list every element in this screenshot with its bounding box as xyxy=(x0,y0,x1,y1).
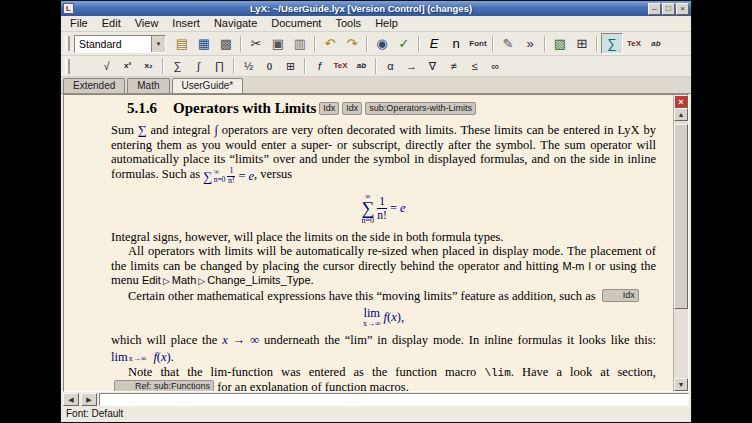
scrollbar-track[interactable] xyxy=(674,121,688,378)
print-button[interactable]: ▩ xyxy=(215,33,237,54)
vertical-scrollbar[interactable]: × ▲ ▼ xyxy=(673,95,688,391)
tex-mode-button[interactable]: TeX xyxy=(330,57,351,75)
footnote-button[interactable]: ✎ xyxy=(497,33,519,54)
scroll-up-button[interactable]: ▲ xyxy=(674,108,688,121)
depth-button[interactable]: » xyxy=(519,33,541,54)
not-equal-button[interactable]: ≠ xyxy=(443,57,464,75)
minimize-button[interactable]: – xyxy=(648,3,661,15)
close-button[interactable]: × xyxy=(676,3,689,15)
scrollbar-thumb[interactable] xyxy=(674,124,688,309)
less-equal-icon: ≤ xyxy=(471,61,477,72)
tab-math[interactable]: Math xyxy=(127,78,169,93)
toolbar-grip[interactable] xyxy=(65,36,70,51)
find-icon: ◉ xyxy=(376,37,387,50)
scroll-down-button[interactable]: ▼ xyxy=(674,378,688,391)
text-style-icon: ab xyxy=(651,40,660,48)
footnote-icon: ✎ xyxy=(503,37,514,50)
tab-extended[interactable]: Extended xyxy=(63,78,125,93)
toolbar-separator xyxy=(492,36,494,52)
toolbar-separator xyxy=(596,36,598,52)
inline-formula-lim[interactable]: limx→∞f(x). xyxy=(111,350,174,365)
font-button[interactable]: Font xyxy=(467,33,489,54)
toolbar-grip[interactable] xyxy=(65,59,70,74)
menu-file[interactable]: File xyxy=(63,17,95,30)
tex-button[interactable]: TeX xyxy=(623,33,645,54)
matrix-button[interactable]: ⊞ xyxy=(280,57,301,75)
math-panel-button[interactable]: ∑ xyxy=(601,33,623,54)
text-run: , versus xyxy=(254,167,292,181)
print-icon: ▩ xyxy=(220,37,232,50)
paragraph: Sum ∑ and integral ∫ operators are very … xyxy=(111,123,656,185)
sum-button[interactable]: ∑ xyxy=(167,57,188,75)
menu-insert[interactable]: Insert xyxy=(165,17,207,30)
redo-button[interactable]: ↷ xyxy=(341,33,363,54)
minibuffer-input[interactable] xyxy=(99,393,689,406)
toolbar-separator xyxy=(233,58,235,74)
paste-button[interactable]: ▥ xyxy=(289,33,311,54)
delimiters-button[interactable]: () xyxy=(259,57,280,75)
table-button[interactable]: ⊞ xyxy=(571,33,593,54)
infinity-button[interactable]: ∞ xyxy=(485,57,506,75)
menu-separator-glyph: ▷ xyxy=(196,276,207,286)
spellcheck-button[interactable]: ✓ xyxy=(393,33,415,54)
text-style-button[interactable]: ab xyxy=(645,33,667,54)
reference-inset[interactable]: Ref: sub:Functions xyxy=(114,380,214,391)
integral-button[interactable]: ∫ xyxy=(188,57,209,75)
functions-button[interactable]: f xyxy=(309,57,330,75)
maximize-button[interactable]: □ xyxy=(662,3,675,15)
main-toolbar-icons: ▤▦▩✂▣▥↶↷◉✓EnFont✎»▧⊞∑TeXab xyxy=(171,33,667,54)
title-bar[interactable]: L LyX: ~/UserGuide.lyx [Version Control]… xyxy=(61,1,691,16)
paragraph-style-combo[interactable]: Standard ▼ xyxy=(74,35,166,53)
menu-tools[interactable]: Tools xyxy=(328,17,368,30)
scroll-right-button[interactable]: ▶ xyxy=(81,393,97,406)
noun-button[interactable]: n xyxy=(445,33,467,54)
integral-icon: ∫ xyxy=(197,61,200,72)
inline-formula-sum[interactable]: ∑∞n=01n!=e xyxy=(203,167,254,186)
subscript-button[interactable]: x₂ xyxy=(138,57,159,75)
menu-edit[interactable]: Edit xyxy=(95,17,128,30)
superscript-button[interactable]: x² xyxy=(117,57,138,75)
combo-dropdown-arrow-icon[interactable]: ▼ xyxy=(151,36,165,52)
tab-userguide[interactable]: UserGuide* xyxy=(172,78,244,93)
index-inset[interactable]: Idx xyxy=(319,102,339,115)
menu-view[interactable]: View xyxy=(128,17,166,30)
sqrt-button[interactable]: √ xyxy=(96,57,117,75)
emphasis-button[interactable]: E xyxy=(423,33,445,54)
text-run: Integral signs, however, will place the … xyxy=(111,230,503,244)
close-view-button[interactable]: × xyxy=(674,95,688,108)
tex-icon: TeX xyxy=(627,40,641,48)
figure-button[interactable]: ▧ xyxy=(549,33,571,54)
fraction-button[interactable]: ½ xyxy=(238,57,259,75)
cut-button[interactable]: ✂ xyxy=(245,33,267,54)
find-button[interactable]: ◉ xyxy=(371,33,393,54)
sans-run: Math xyxy=(172,274,196,286)
index-inset[interactable]: Idx xyxy=(342,102,362,115)
menu-navigate[interactable]: Navigate xyxy=(207,17,264,30)
menu-bar: FileEditViewInsertNavigateDocumentToolsH… xyxy=(61,16,691,32)
text-run: underneath the “lim” in display mode. In… xyxy=(259,333,656,347)
less-equal-button[interactable]: ≤ xyxy=(464,57,485,75)
menu-document[interactable]: Document xyxy=(264,17,328,30)
subscript-icon: x₂ xyxy=(144,62,152,70)
arrow-button[interactable]: → xyxy=(401,57,422,75)
index-inset[interactable]: Idx xyxy=(602,289,639,302)
lyx-app-icon: L xyxy=(63,3,74,14)
product-button[interactable]: ∏ xyxy=(209,57,230,75)
math-run: x → ∞ xyxy=(222,333,259,347)
undo-button[interactable]: ↶ xyxy=(319,33,341,54)
text-run: . xyxy=(311,273,314,287)
nabla-button[interactable]: ∇ xyxy=(422,57,443,75)
greek-button[interactable]: α xyxy=(380,57,401,75)
text-mode-button[interactable]: ab xyxy=(351,57,372,75)
font-icon: Font xyxy=(469,40,486,48)
scroll-left-button[interactable]: ◀ xyxy=(63,393,79,406)
paragraph: which will place the x → ∞ underneath th… xyxy=(111,333,656,365)
menu-help[interactable]: Help xyxy=(368,17,405,30)
document-page[interactable]: 5.1.6Operators with LimitsIdxIdxsub:Oper… xyxy=(64,95,673,391)
open-button[interactable]: ▤ xyxy=(171,33,193,54)
save-button[interactable]: ▦ xyxy=(193,33,215,54)
display-formula-lim[interactable]: limx→∞f(x), xyxy=(111,306,656,328)
copy-button[interactable]: ▣ xyxy=(267,33,289,54)
display-formula-sum[interactable]: ∞∑n=01n!=e xyxy=(111,188,656,224)
label-inset[interactable]: sub:Operators-with-Limits xyxy=(365,102,476,115)
